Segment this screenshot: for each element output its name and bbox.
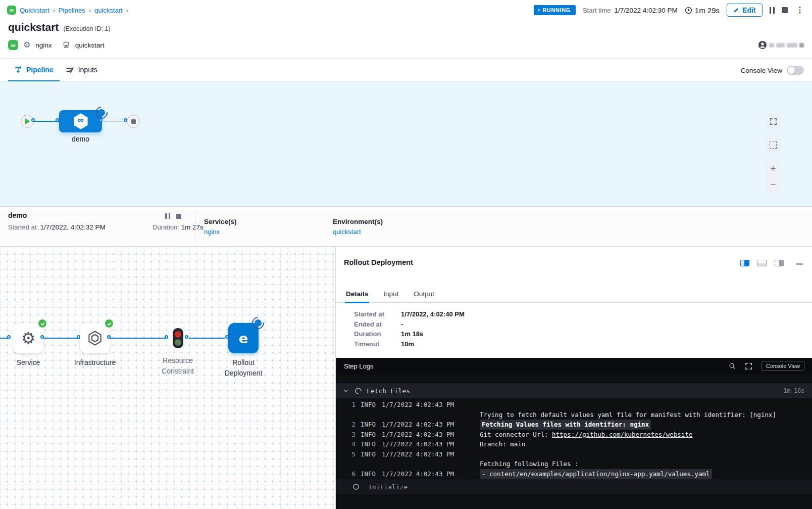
pipeline-icon (14, 66, 22, 74)
stop-execution-icon[interactable] (782, 7, 788, 13)
expand-logs-icon[interactable] (745, 362, 752, 370)
log-section-fetch-files[interactable]: Fetch Files 1m 16s (336, 383, 812, 398)
fit-to-screen-button[interactable] (766, 114, 781, 129)
edge (43, 338, 80, 339)
kebab-menu-icon[interactable]: ⋮ (795, 6, 805, 14)
marquee-select-button[interactable] (766, 137, 781, 153)
console-view-switch[interactable] (787, 66, 804, 75)
section-pending-circle-icon (353, 484, 359, 490)
log-lines: 1INFO1/7/2022 4:02:43 PM Trying to fetch… (336, 400, 812, 479)
section-name: Fetch Files (367, 387, 410, 395)
divider (195, 211, 195, 242)
console-view-toggle-group: Console View (741, 59, 804, 82)
breadcrumb-separator: › (126, 7, 128, 14)
layout-right-panel-icon[interactable] (775, 260, 784, 266)
log-line: 2INFO1/7/2022 4:02:43 PMFetching Values … (336, 420, 812, 430)
search-icon[interactable] (729, 362, 736, 369)
layout-split-right-icon[interactable] (740, 260, 749, 266)
stage-pause-icon[interactable] (165, 213, 170, 219)
redacted-text (776, 43, 785, 48)
zoom-in-button[interactable]: + (770, 164, 776, 173)
log-section-initialize[interactable]: Initialize (336, 479, 812, 494)
step-logs-bar: Step Logs Console View (336, 358, 812, 374)
tab-output[interactable]: Output (414, 285, 434, 303)
step-node-infrastructure[interactable] (80, 323, 110, 353)
step-detail-panel: Rollout Deployment Details Input Output … (335, 247, 812, 509)
breadcrumb-link-pipelines[interactable]: Pipelines (59, 7, 85, 14)
chevron-down-icon (343, 388, 349, 394)
hexagon-icon (86, 330, 104, 347)
redacted-text (769, 43, 774, 48)
log-line: 1INFO1/7/2022 4:02:43 PM (336, 400, 812, 410)
status-dot-icon (538, 9, 540, 11)
fullscreen-icon (770, 118, 777, 125)
environments-column: Environment(s) quickstart (333, 218, 383, 236)
stage-stop-icon[interactable] (176, 214, 181, 219)
service-gear-icon: ⚙ (23, 41, 30, 49)
environment-link[interactable]: quickstart (333, 228, 383, 236)
edge-port (165, 335, 168, 339)
log-line: 6INFO1/7/2022 4:02:43 PM- content/en/exa… (336, 469, 812, 479)
pause-execution-icon[interactable] (770, 7, 775, 14)
minimize-panel-icon[interactable] (796, 263, 803, 265)
zoom-out-button[interactable]: − (770, 179, 776, 189)
rollout-icon: e (239, 331, 248, 346)
page-title: quickstart (8, 21, 59, 33)
pipeline-end-node[interactable] (127, 115, 140, 128)
stage-label: demo (49, 135, 112, 143)
step-label-rollout-deployment: Rollout Deployment (218, 357, 269, 379)
edit-button[interactable]: Edit (727, 4, 762, 17)
traffic-light-red-icon (175, 331, 181, 338)
edge-port (31, 118, 35, 122)
section-running-spinner-icon (353, 386, 363, 395)
tab-input[interactable]: Input (383, 285, 398, 303)
detail-row: Timeout 10m (354, 339, 465, 349)
execution-graph-canvas[interactable]: ⚙ e Service Infrastructure Re (0, 247, 335, 509)
redacted-text (787, 43, 797, 48)
step-label-resource-constraint: Resource Constraint (147, 355, 208, 377)
stage-started-at: Started at: 1/7/2022, 4:02:32 PM (8, 223, 106, 231)
layout-bottom-panel-icon[interactable] (757, 260, 767, 266)
stage-running-spinner-icon (98, 109, 105, 116)
breadcrumb-separator: › (53, 7, 55, 14)
section-duration: 1m 16s (783, 387, 804, 394)
breadcrumb: ∞ Quickstart › Pipelines › quickstart › (7, 6, 128, 15)
breadcrumb-separator: › (89, 7, 91, 14)
step-logs-title: Step Logs (344, 362, 374, 370)
start-time: Start time 1/7/2022 4:02:30 PM (583, 7, 678, 14)
step-node-service[interactable]: ⚙ (13, 323, 43, 353)
tab-details[interactable]: Details (346, 285, 368, 303)
inputs-icon (66, 66, 74, 74)
console-view-button[interactable]: Console View (762, 361, 804, 371)
tab-pipeline[interactable]: Pipeline (8, 58, 60, 81)
view-tab-bar: Pipeline Inputs Console View (0, 58, 812, 81)
step-node-resource-constraint[interactable] (173, 328, 183, 348)
edge-port (185, 335, 188, 339)
service-link[interactable]: nginx (204, 228, 237, 236)
step-panel-tabs: Details Input Output (336, 285, 812, 303)
elapsed-value: 1m 29s (695, 6, 720, 15)
tab-inputs[interactable]: Inputs (60, 58, 104, 81)
environment-tag: quickstart (75, 41, 105, 49)
git-connector-link[interactable]: https://github.com/kubernetes/website (552, 431, 692, 438)
start-time-value: 1/7/2022 4:02:30 PM (615, 7, 678, 14)
execution-detail-area: ⚙ e Service Infrastructure Re (0, 247, 812, 509)
edge-port (40, 335, 44, 339)
step-running-spinner-icon (255, 319, 262, 327)
zoom-controls: + − (766, 161, 781, 192)
detail-row: Duration 1m 18s (354, 329, 465, 339)
user-info (758, 40, 804, 50)
breadcrumb-link-quickstart[interactable]: Quickstart (20, 7, 49, 14)
log-console[interactable]: Fetch Files 1m 16s 1INFO1/7/2022 4:02:43… (336, 374, 812, 509)
step-logs-section: Step Logs Console View Fetch Files 1m 16… (336, 358, 812, 509)
step-panel-title: Rollout Deployment (344, 258, 413, 266)
gear-icon: ⚙ (21, 330, 36, 346)
section-name: Initialize (368, 483, 408, 491)
services-column: Service(s) nginx (204, 218, 237, 236)
step-label-infrastructure: Infrastructure (65, 357, 125, 368)
edge-port (56, 118, 59, 122)
pipeline-graph-canvas[interactable]: ∞ demo + − (0, 81, 812, 206)
play-icon (25, 118, 30, 124)
breadcrumb-link-pipeline-name[interactable]: quickstart (94, 7, 123, 14)
stage-duration: Duration: 1m 27s (153, 223, 204, 231)
